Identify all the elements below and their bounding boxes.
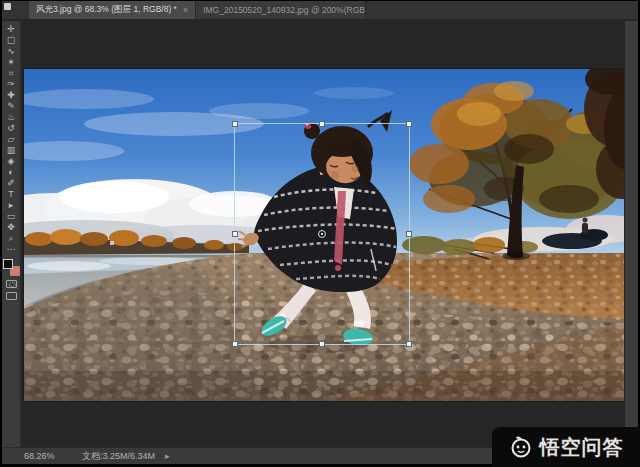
watermark-text: 悟空问答 — [540, 434, 624, 461]
color-swatches — [3, 259, 20, 276]
document-size-info: 文档:3.25M/6.34M — [82, 450, 155, 463]
foreground-color-swatch[interactable] — [3, 259, 13, 269]
wukong-monkey-logo-icon — [509, 435, 533, 459]
document-tabbar: 风光3.jpg @ 68.3% (图层 1, RGB/8) * × IMG_20… — [2, 1, 638, 20]
screen-mode-icon[interactable] — [6, 292, 17, 300]
photoshop-window: 风光3.jpg @ 68.3% (图层 1, RGB/8) * × IMG_20… — [2, 1, 638, 464]
quick-mask-mode-icon[interactable] — [6, 280, 17, 288]
tab-document-1[interactable]: 风光3.jpg @ 68.3% (图层 1, RGB/8) * × — [29, 1, 196, 19]
hand-tool[interactable]: ✥ — [2, 222, 21, 233]
path-selection-tool[interactable]: ▸ — [2, 200, 21, 211]
crop-tool[interactable]: ⌗ — [2, 68, 21, 79]
transform-handle-bottom-left[interactable] — [232, 341, 238, 347]
app-icon — [4, 3, 11, 10]
more-tools-icon[interactable]: ⋯ — [2, 244, 21, 255]
marquee-tool[interactable]: ▢ — [2, 35, 21, 46]
move-tool[interactable]: ✛ — [2, 24, 21, 35]
tab-close-icon[interactable]: × — [183, 5, 188, 15]
quick-selection-tool[interactable]: ✶ — [2, 57, 21, 68]
healing-brush-tool[interactable]: ✚ — [2, 90, 21, 101]
tab-document-2[interactable]: IMG_20150520_140932.jpg @ 200%(RGB/8) * … — [196, 1, 366, 19]
canvas-area — [22, 21, 624, 447]
eraser-tool[interactable]: ▱ — [2, 134, 21, 145]
history-brush-tool[interactable]: ↺ — [2, 123, 21, 134]
status-expand-arrow[interactable]: ▸ — [165, 451, 170, 461]
clone-stamp-tool[interactable]: ♨ — [2, 112, 21, 123]
watermark-badge: 悟空问答 — [492, 427, 640, 467]
type-tool[interactable]: T — [2, 189, 21, 200]
zoom-tool[interactable]: ⌕ — [2, 233, 21, 244]
panel-dock-strip[interactable] — [624, 21, 638, 447]
photo-canvas[interactable] — [24, 69, 624, 401]
transform-handle-middle-left[interactable] — [232, 231, 238, 237]
transform-handle-top-right[interactable] — [406, 121, 412, 127]
blur-tool[interactable]: ◈ — [2, 156, 21, 167]
screenshot-frame: 风光3.jpg @ 68.3% (图层 1, RGB/8) * × IMG_20… — [0, 0, 640, 467]
transform-handle-middle-right[interactable] — [406, 231, 412, 237]
tab-label: 风光3.jpg @ 68.3% (图层 1, RGB/8) * — [36, 4, 177, 16]
transform-handle-top-left[interactable] — [232, 121, 238, 127]
transform-handle-bottom-right[interactable] — [406, 341, 412, 347]
brush-tool[interactable]: ✎ — [2, 101, 21, 112]
gradient-tool[interactable]: ▥ — [2, 145, 21, 156]
dodge-tool[interactable]: ◐ — [2, 167, 21, 178]
zoom-level-field[interactable]: 68.26% — [24, 451, 66, 461]
pen-tool[interactable]: ✐ — [2, 178, 21, 189]
tab-label: IMG_20150520_140932.jpg @ 200%(RGB/8) * — [203, 5, 366, 15]
eyedropper-tool[interactable]: ✑ — [2, 79, 21, 90]
transform-handle-top-middle[interactable] — [319, 121, 325, 127]
transform-handle-bottom-middle[interactable] — [319, 341, 325, 347]
shape-tool[interactable]: ▭ — [2, 211, 21, 222]
transform-reference-point[interactable] — [318, 230, 326, 238]
transform-bounding-box[interactable] — [234, 123, 410, 345]
lasso-tool[interactable]: ∿ — [2, 46, 21, 57]
tools-panel: ✛ ▢ ∿ ✶ ⌗ ✑ ✚ ✎ ♨ ↺ ▱ ▥ ◈ ◐ ✐ T ▸ ▭ ✥ ⌕ … — [2, 21, 21, 447]
